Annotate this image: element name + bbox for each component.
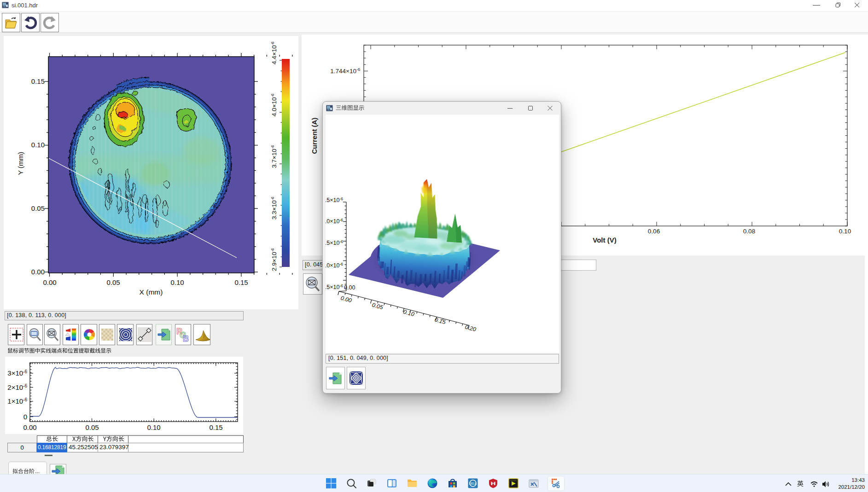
svg-text:1×10-6: 1×10-6 (7, 397, 27, 405)
svg-text:.5×10-6: .5×10-6 (326, 197, 343, 203)
svg-text:0: 0 (23, 413, 27, 421)
svg-text:0.08: 0.08 (743, 228, 755, 235)
svg-text:.0×10-6: .0×10-6 (326, 262, 343, 269)
svg-text:0.00: 0.00 (23, 423, 36, 431)
svg-text:0.10: 0.10 (402, 308, 415, 318)
svg-text:.0×10-6: .0×10-6 (326, 218, 343, 225)
svg-text:0.06: 0.06 (648, 228, 660, 235)
svg-text:0.00: 0.00 (340, 295, 352, 304)
svg-text:0.10: 0.10 (839, 228, 851, 235)
svg-text:0.15: 0.15 (434, 316, 446, 325)
svg-text:0.10: 0.10 (147, 423, 160, 431)
svg-text:0.05: 0.05 (371, 301, 384, 311)
svg-text:0.05: 0.05 (85, 423, 99, 431)
svg-text:0.15: 0.15 (209, 423, 222, 431)
svg-text:0.10: 0.10 (170, 278, 184, 286)
svg-text:2.9×10-6: 2.9×10-6 (270, 248, 278, 271)
svg-text:3×10-6: 3×10-6 (7, 369, 27, 377)
svg-text:0.15: 0.15 (31, 77, 45, 85)
svg-text:Current (A): Current (A) (310, 117, 318, 154)
svg-text:4.0×10-6: 4.0×10-6 (270, 93, 278, 116)
svg-text:0.20: 0.20 (464, 324, 477, 333)
svg-text:DELL: DELL (469, 482, 477, 485)
svg-text:0.05: 0.05 (31, 204, 45, 212)
svg-text:0.00: 0.00 (43, 278, 56, 286)
svg-text:0.00: 0.00 (344, 284, 355, 291)
svg-text:3.3×10-6: 3.3×10-6 (270, 197, 278, 220)
svg-text:.5×10-6: .5×10-6 (326, 284, 343, 290)
svg-text:0.10: 0.10 (31, 141, 45, 149)
svg-text:.5×10-6: .5×10-6 (326, 239, 343, 246)
svg-text:Volt (V): Volt (V) (593, 236, 616, 244)
svg-text:B: B (183, 334, 189, 342)
svg-text:2×10-6: 2×10-6 (7, 383, 27, 391)
svg-text:0.15: 0.15 (234, 278, 248, 286)
svg-text:X (mm): X (mm) (140, 288, 163, 296)
svg-text:Y (mm): Y (mm) (17, 152, 24, 175)
svg-text:0.05: 0.05 (106, 278, 120, 286)
svg-text:0.00: 0.00 (31, 268, 45, 276)
svg-text:4.4×10-6: 4.4×10-6 (270, 41, 278, 64)
svg-text:1.744×10-6: 1.744×10-6 (330, 67, 360, 75)
svg-text:3.7×10-6: 3.7×10-6 (270, 145, 278, 168)
